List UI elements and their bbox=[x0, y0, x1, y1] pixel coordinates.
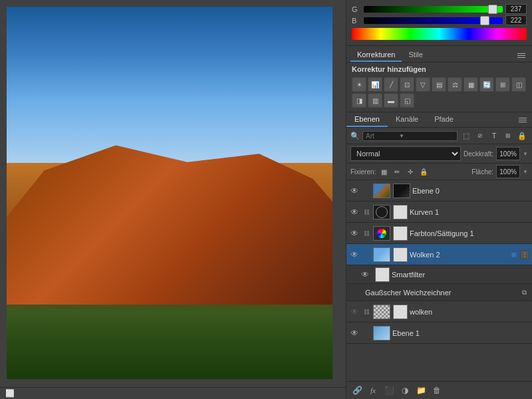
thumb-curves bbox=[374, 205, 390, 219]
tb-icon4[interactable]: ⊞ bbox=[502, 130, 514, 142]
korr-exposure[interactable]: ⊡ bbox=[400, 77, 414, 92]
opacity-dropdown[interactable]: ▼ bbox=[523, 151, 528, 157]
visibility-icon[interactable]: 👁 bbox=[360, 269, 370, 280]
folder-button[interactable]: 📁 bbox=[414, 384, 428, 397]
b-slider[interactable] bbox=[364, 17, 503, 24]
fixieren-label: Fixieren: bbox=[350, 168, 376, 176]
fix-icon-pen[interactable]: ✏ bbox=[392, 166, 402, 177]
canvas-area: ⬜ bbox=[0, 0, 346, 399]
right-panel: G B Korrekturen Stile bbox=[346, 0, 532, 399]
tab-ebenen[interactable]: Ebenen bbox=[346, 112, 388, 127]
search-box[interactable]: ▼ bbox=[362, 131, 458, 141]
thumb-blue bbox=[374, 327, 390, 340]
fixieren-row: Fixieren: ▦ ✏ ✛ 🔒 Fläche: ▼ bbox=[346, 164, 532, 180]
tab-kanaele[interactable]: Kanäle bbox=[388, 112, 426, 127]
tb-icon1[interactable]: ⬚ bbox=[460, 130, 472, 142]
korr-photo[interactable]: ▦ bbox=[464, 77, 478, 92]
mask-button[interactable]: ⬛ bbox=[382, 384, 396, 397]
layer-name: Kurven 1 bbox=[410, 208, 529, 216]
canvas-image bbox=[7, 7, 332, 379]
korr-hue[interactable]: ▤ bbox=[432, 77, 446, 92]
fix-icon-lock[interactable]: 🔒 bbox=[418, 166, 429, 177]
visibility-icon[interactable]: 👁 bbox=[349, 228, 360, 239]
trash-button[interactable]: 🗑 bbox=[430, 384, 444, 397]
g-slider[interactable] bbox=[364, 6, 503, 13]
layer-options-icon[interactable]: ⋮ bbox=[520, 250, 529, 259]
korr-pattern[interactable]: ▥ bbox=[368, 93, 382, 108]
korr-table[interactable]: ⊞ bbox=[495, 77, 510, 92]
search-dropdown-icon[interactable]: ▼ bbox=[399, 133, 404, 139]
tab-stile[interactable]: Stile bbox=[402, 49, 429, 62]
emenu-line3 bbox=[519, 122, 527, 122]
korr-selective[interactable]: ◫ bbox=[511, 77, 526, 92]
fix-icon-checkboard[interactable]: ▦ bbox=[378, 166, 389, 177]
korr-balance[interactable]: ⚖ bbox=[448, 77, 462, 92]
layer-thumbnail bbox=[373, 184, 390, 198]
nav-icon: ⬜ bbox=[5, 389, 15, 398]
menu-line1 bbox=[517, 53, 525, 54]
layer-name: Wolken 2 bbox=[410, 251, 507, 259]
ebenen-menu-btn[interactable] bbox=[519, 115, 529, 124]
opacity-value[interactable] bbox=[496, 147, 520, 160]
color-gradient-bar[interactable] bbox=[352, 28, 527, 40]
layer-item[interactable]: 👁 ⛓ Farbton/Sättigung 1 bbox=[346, 223, 532, 244]
layer-item-wolken[interactable]: 👁 ⛓ wolken bbox=[346, 301, 532, 323]
korrekturen-tabs: Korrekturen Stile bbox=[346, 49, 532, 63]
visibility-icon[interactable]: 👁 bbox=[349, 249, 360, 260]
korr-curves[interactable]: ╱ bbox=[384, 77, 398, 92]
layer-name: wolken bbox=[410, 308, 529, 316]
korrekturen-menu-btn[interactable] bbox=[517, 51, 528, 60]
g-value[interactable] bbox=[505, 4, 527, 14]
emenu-line1 bbox=[519, 118, 527, 118]
layer-mask-thumbnail bbox=[393, 247, 408, 262]
korrektur-title: Korrektur hinzufügen bbox=[346, 63, 532, 76]
layer-item[interactable]: 👁 ⛓ Kurven 1 bbox=[346, 201, 532, 223]
layer-thumbnail bbox=[373, 305, 390, 319]
fx-button[interactable]: fx bbox=[366, 384, 380, 397]
korr-solid[interactable]: ▬ bbox=[384, 93, 398, 108]
layer-item[interactable]: 👁 Ebene 0 bbox=[346, 180, 532, 201]
layer-item-smartfilter[interactable]: 👁 Smartfilter bbox=[346, 265, 532, 284]
thumb-image bbox=[374, 184, 390, 198]
layer-item-ebene1[interactable]: 👁 Ebene 1 bbox=[346, 323, 532, 344]
chain-icon: ⛓ bbox=[362, 307, 371, 317]
korr-levels[interactable]: 📊 bbox=[368, 77, 382, 92]
flaeche-dropdown[interactable]: ▼ bbox=[523, 169, 528, 175]
visibility-icon[interactable]: 👁 bbox=[349, 186, 360, 196]
menu-line2 bbox=[517, 55, 525, 56]
tb-icon2[interactable]: ⊘ bbox=[474, 130, 486, 142]
layer-extra: ⊞ ⋮ bbox=[509, 250, 529, 259]
blend-mode-select[interactable]: Normal bbox=[350, 146, 461, 161]
b-value[interactable] bbox=[505, 15, 527, 25]
korrektur-icons-row1: ☀ 📊 ╱ ⊡ ▽ ▤ ⚖ ▦ 🔄 ⊞ ◫ ◨ ▥ ▬ ◱ bbox=[346, 76, 532, 109]
g-thumb[interactable] bbox=[488, 5, 497, 14]
visibility-icon[interactable]: 👁 bbox=[349, 207, 360, 217]
layer-mask-thumbnail bbox=[393, 305, 408, 319]
flaeche-label: Fläche: bbox=[471, 168, 493, 176]
chain-icon bbox=[362, 250, 371, 259]
korr-gradient[interactable]: ◨ bbox=[352, 93, 366, 108]
tab-pfade[interactable]: Pfade bbox=[426, 112, 462, 127]
korr-mixer[interactable]: 🔄 bbox=[479, 77, 494, 92]
g-slider-row: G bbox=[352, 4, 527, 14]
b-thumb[interactable] bbox=[480, 16, 489, 25]
layer-item-wolken2[interactable]: 👁 Wolken 2 ⊞ ⋮ bbox=[346, 244, 532, 265]
korr-vibrance[interactable]: ▽ bbox=[416, 77, 430, 92]
b-label: B bbox=[352, 17, 361, 25]
visibility-icon[interactable]: 👁 bbox=[349, 328, 360, 338]
korr-invert[interactable]: ◱ bbox=[400, 93, 414, 108]
flaeche-value[interactable] bbox=[496, 165, 520, 178]
korr-brightness[interactable]: ☀ bbox=[352, 77, 366, 92]
blend-row: Normal Deckkraft: ▼ bbox=[346, 144, 532, 164]
tb-icon5[interactable]: 🔒 bbox=[516, 130, 528, 142]
tb-icon3[interactable]: T bbox=[488, 130, 500, 142]
chain-icon bbox=[362, 329, 371, 338]
visibility-icon[interactable]: 👁 bbox=[349, 307, 360, 317]
adjustment-button[interactable]: ◑ bbox=[398, 384, 412, 397]
layer-item-gauss[interactable]: Gaußscher Weichzeichner ⧉ bbox=[346, 284, 532, 301]
search-input[interactable] bbox=[366, 132, 399, 140]
link-button[interactable]: 🔗 bbox=[350, 384, 364, 397]
tab-korrekturen[interactable]: Korrekturen bbox=[350, 49, 402, 62]
fix-icon-move[interactable]: ✛ bbox=[405, 166, 416, 177]
filter-options-icon[interactable]: ⧉ bbox=[519, 287, 529, 298]
